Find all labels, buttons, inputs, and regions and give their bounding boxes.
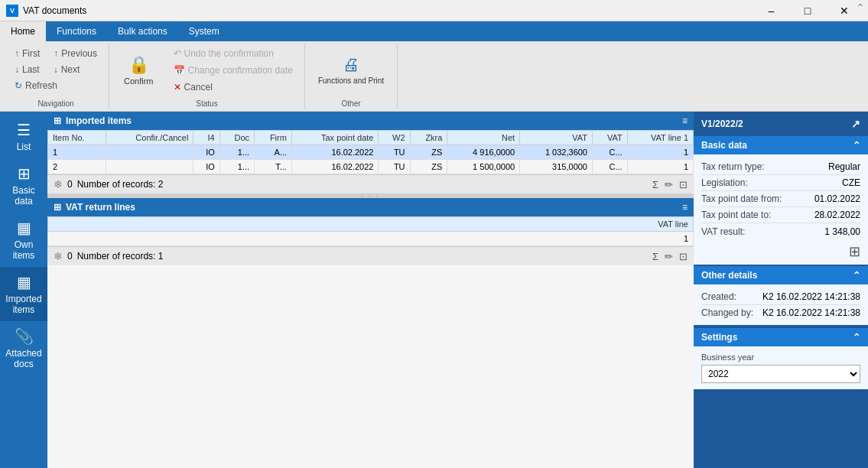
other-details-collapse-icon: ⌃ <box>853 270 860 281</box>
sidebar-item-basic-data[interactable]: ⊞ Basic data <box>0 158 47 213</box>
changed-by-value: K2 16.02.2022 14:21:38 <box>762 307 860 318</box>
imported-items-icon: ▦ <box>17 273 31 291</box>
table-row[interactable]: 1 IO 1... A... 16.02.2022 TU ZS 4 916,00… <box>48 145 694 160</box>
vat-return-menu-icon[interactable]: ≡ <box>682 202 688 213</box>
business-year-select[interactable]: 2022 <box>701 365 860 383</box>
functions-print-button[interactable]: 🖨 Functions and Print <box>311 50 391 90</box>
maximize-button[interactable]: □ <box>790 0 825 21</box>
col-tax-point-date: Tax point date <box>291 131 379 145</box>
legislation-label: Legislation: <box>701 177 748 188</box>
tax-point-to-label: Tax point date to: <box>701 210 771 220</box>
settings-body: Business year 2022 <box>694 346 868 389</box>
cancel-button[interactable]: ✕ Cancel <box>168 80 298 95</box>
menu-tab-bulk-actions[interactable]: Bulk actions <box>107 21 178 41</box>
ribbon-collapse-icon[interactable]: ⌃ <box>856 2 865 14</box>
imported-items-footer: ❄ 0 Number of records: 2 Σ ✏ ⊡ <box>47 174 694 193</box>
vat-export-icon[interactable]: ⊡ <box>679 251 688 262</box>
vat-return-footer: ❄ 0 Number of records: 1 Σ ✏ ⊡ <box>47 246 694 265</box>
sidebar-item-attached-docs[interactable]: 📎 Attached docs <box>0 321 47 375</box>
other-details-body: Created: K2 16.02.2022 14:21:38 Changed … <box>694 284 868 325</box>
calendar-icon: 📅 <box>174 65 185 76</box>
last-button[interactable]: ↓ Last <box>9 62 45 77</box>
vat-result-label: VAT result: <box>701 226 745 237</box>
settings-title: Settings <box>701 332 737 343</box>
created-label: Created: <box>701 291 736 302</box>
basic-data-section: Basic data ⌃ Tax return type: Regular Le… <box>694 136 868 265</box>
export-icon[interactable]: ⊡ <box>679 179 688 190</box>
settings-collapse-icon: ⌃ <box>853 332 860 343</box>
sidebar-label-basic-data: Basic data <box>3 185 44 206</box>
imported-items-menu-icon[interactable]: ≡ <box>682 115 688 126</box>
navigation-label: Navigation <box>37 98 73 109</box>
vat-return-lines-section: ⊞ VAT return lines ≡ VAT line 1 <box>47 198 694 265</box>
imported-items-title: Imported items <box>66 115 132 126</box>
confirm-icon: 🔒 <box>128 55 149 75</box>
col-vat-line1: VAT line 1 <box>627 131 693 145</box>
undo-confirmation-button[interactable]: ↶ Undo the confirmation <box>168 46 298 61</box>
refresh-button[interactable]: ↻ Refresh <box>9 78 63 93</box>
other-details-header[interactable]: Other details ⌃ <box>694 266 868 284</box>
tax-point-from-row: Tax point date from: 01.02.2022 <box>701 191 860 207</box>
cancel-icon: ✕ <box>174 82 181 93</box>
title-bar: V VAT documents ‒ □ ✕ <box>0 0 868 21</box>
edit-icon[interactable]: ✏ <box>665 179 673 190</box>
vat-footer-records-label: Number of records: 1 <box>77 251 164 262</box>
table-row[interactable]: 2 IO 1... T... 16.02.2022 TU ZS 1 500,00… <box>48 160 694 174</box>
vat-result-extra-icon[interactable]: ⊞ <box>701 243 860 260</box>
col-firm: Firm <box>255 131 292 145</box>
settings-header[interactable]: Settings ⌃ <box>694 328 868 346</box>
menu-tab-functions[interactable]: Functions <box>46 21 107 41</box>
content-area: ☰ List ⊞ Basic data ▦ Own items ▦ Import… <box>0 112 868 468</box>
first-icon: ↑ <box>15 48 19 59</box>
other-buttons: 🖨 Functions and Print <box>311 43 391 98</box>
basic-data-icon: ⊞ <box>18 164 31 183</box>
vat-return-icon: ⊞ <box>54 202 61 213</box>
vat-return-header-row: VAT line <box>48 217 694 232</box>
record-stack: ↶ Undo the confirmation 📅 Change confirm… <box>168 46 298 95</box>
vat-result-value: 1 348,00 <box>824 226 860 237</box>
vat-return-lines-header: ⊞ VAT return lines ≡ <box>47 198 694 216</box>
menu-tab-home[interactable]: Home <box>0 21 46 41</box>
vat-footer-left: ❄ 0 Number of records: 1 <box>54 250 163 262</box>
right-panel: V1/2022/2 ↗ Basic data ⌃ Tax return type… <box>694 112 868 468</box>
vat-snowflake-icon: ❄ <box>54 250 63 262</box>
last-icon: ↓ <box>15 64 19 75</box>
changed-by-row: Changed by: K2 16.02.2022 14:21:38 <box>701 305 860 320</box>
vat-sum-icon[interactable]: Σ <box>652 251 658 262</box>
tax-return-type-row: Tax return type: Regular <box>701 159 860 175</box>
sidebar-label-attached-docs: Attached docs <box>3 348 44 369</box>
confirm-button[interactable]: 🔒 Confirm <box>115 50 162 90</box>
list-icon: ☰ <box>17 121 31 139</box>
sidebar-item-list[interactable]: ☰ List <box>0 115 47 158</box>
menu-tab-system[interactable]: System <box>178 21 230 41</box>
sum-icon[interactable]: Σ <box>652 179 658 190</box>
first-button[interactable]: ↑ First <box>9 46 45 61</box>
basic-data-header[interactable]: Basic data ⌃ <box>694 136 868 154</box>
previous-icon: ↑ <box>54 48 58 59</box>
footer-records-label: Number of records: 2 <box>77 179 164 190</box>
footer-left: ❄ 0 Number of records: 2 <box>54 178 163 190</box>
previous-button[interactable]: ↑ Previous <box>48 46 102 61</box>
next-button[interactable]: ↓ Next <box>48 62 86 77</box>
title-bar-left: V VAT documents <box>6 5 86 17</box>
table-row[interactable]: 1 <box>48 232 694 246</box>
col-zkra: Zkra <box>410 131 447 145</box>
external-link-icon[interactable]: ↗ <box>851 118 860 130</box>
change-confirmation-date-button[interactable]: 📅 Change confirmation date <box>168 63 298 78</box>
settings-section: Settings ⌃ Business year 2022 <box>694 328 868 389</box>
vat-edit-icon[interactable]: ✏ <box>665 251 673 262</box>
col-i4: I4 <box>193 131 219 145</box>
sidebar-item-imported-items[interactable]: ▦ Imported items <box>0 267 47 321</box>
ribbon-group-record: 🔒 Confirm ↶ Undo the confirmation 📅 Chan… <box>109 43 305 109</box>
app-container: Home Functions Bulk actions System ↑ Fir… <box>0 21 868 468</box>
sidebar-label-list: List <box>17 141 31 152</box>
right-panel-document-id: V1/2022/2 <box>701 119 743 129</box>
minimize-button[interactable]: ‒ <box>753 0 788 21</box>
col-item-no: Item No. <box>48 131 106 145</box>
business-year-label: Business year <box>701 353 860 362</box>
menu-tabs: Home Functions Bulk actions System <box>0 21 868 41</box>
navigation-buttons: ↑ First ↑ Previous ↓ Last ↓ Next <box>9 43 102 98</box>
sidebar: ☰ List ⊞ Basic data ▦ Own items ▦ Import… <box>0 112 47 468</box>
sidebar-item-own-items[interactable]: ▦ Own items <box>0 213 47 267</box>
other-label: Other <box>342 98 361 109</box>
